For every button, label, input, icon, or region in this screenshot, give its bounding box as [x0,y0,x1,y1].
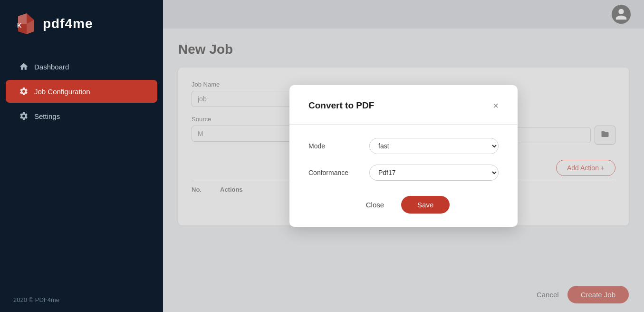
home-icon [19,62,29,71]
conformance-label: Conformance [308,169,361,176]
sidebar-item-job-configuration[interactable]: Job Configuration [6,80,157,103]
svg-text:K: K [17,22,22,29]
sidebar-item-dashboard-label: Dashboard [34,63,69,71]
modal-footer: Close Save [308,196,499,214]
modal-close-x-button[interactable]: × [493,101,499,110]
modal-conformance-field: Conformance Pdf17 Pdf14 Pdf15 Pdf16 PdfA… [308,165,499,181]
modal-divider [289,124,518,125]
logo-text: pdf4me [43,16,93,31]
sidebar-footer: 2020 © PDF4me [0,288,163,312]
main-content: New Job Job Name Source Folder [163,0,644,312]
gear-icon [19,87,29,96]
modal-mode-field: Mode fast quality print [308,138,499,154]
modal-save-button[interactable]: Save [401,196,450,214]
sidebar-nav: Dashboard Job Configuration Settings [0,48,163,288]
mode-select[interactable]: fast quality print [369,138,499,154]
sidebar: K pdf4me Dashboard Job Configuration Set… [0,0,163,312]
sidebar-item-settings-label: Settings [34,112,60,120]
modal-header: Convert to PDF × [308,100,499,111]
conformance-select[interactable]: Pdf17 Pdf14 Pdf15 Pdf16 PdfA1b PdfA2b [369,165,499,181]
sidebar-item-settings[interactable]: Settings [6,105,157,127]
modal-close-button[interactable]: Close [357,196,393,214]
sidebar-item-dashboard[interactable]: Dashboard [6,55,157,78]
mode-label: Mode [308,142,361,150]
modal-overlay: Convert to PDF × Mode fast quality print… [163,0,644,312]
settings-icon [19,111,29,121]
sidebar-item-job-configuration-label: Job Configuration [34,88,90,96]
convert-to-pdf-modal: Convert to PDF × Mode fast quality print… [289,85,518,227]
modal-title: Convert to PDF [308,100,374,111]
logo: K pdf4me [0,0,163,48]
pdf4me-logo-icon: K [13,11,38,36]
